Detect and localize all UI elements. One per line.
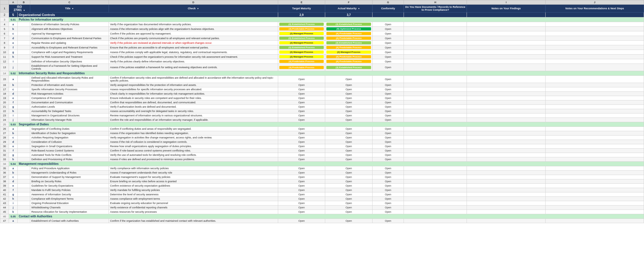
table-row: 26 a Segregation of Conflicting Duties C… bbox=[0, 127, 644, 131]
table-row: 40 f Mandate to Fulfil Security Policies… bbox=[0, 188, 644, 192]
table-row: 31 f Role-Based Access Control Systems C… bbox=[0, 149, 644, 153]
col-letter-c: C bbox=[30, 0, 109, 5]
table-row: 22 h Accountability for Delegated Tasks … bbox=[0, 109, 644, 113]
col-letter-h: H bbox=[404, 0, 467, 5]
findings-header[interactable]: Notes on Your Findings bbox=[467, 5, 546, 12]
iso-header: ISO27001 ▼ bbox=[9, 5, 30, 12]
table-row: 44 j Whistleblowing Channels Verify exis… bbox=[0, 205, 644, 210]
col-letter-e: E bbox=[278, 0, 325, 5]
table-row: 30 e Segregation in Small Organizations … bbox=[0, 144, 644, 149]
table-row: 19 e Competence of Personnel Ensure indi… bbox=[0, 96, 644, 100]
conformity-header[interactable]: Conformity bbox=[372, 5, 404, 12]
target-maturity-header[interactable]: Target Maturity bbox=[278, 5, 325, 12]
section-5-docs bbox=[404, 12, 467, 17]
table-row: 13 j Establishment of a Framework for Se… bbox=[0, 64, 644, 71]
col-letter-b: B bbox=[17, 0, 30, 5]
table-row: 23 i Management in Organizational Struct… bbox=[0, 113, 644, 118]
table-row: 33 h Definition and Provisioning of Role… bbox=[0, 157, 644, 162]
table-row: 36 b Management's Understanding of Roles… bbox=[0, 171, 644, 175]
table-row: 4 a Existence of Information Security Po… bbox=[0, 22, 644, 27]
table-row: 6 c Approval by Management Confirm if th… bbox=[0, 31, 644, 36]
table-row: 16 b Protection of Information and Asset… bbox=[0, 83, 644, 87]
col-letter-a: A bbox=[9, 0, 17, 5]
section-501-header: 3 5.01 Policies for information security bbox=[0, 17, 644, 22]
table-row: 38 d Briefing on Security Roles Ensure b… bbox=[0, 179, 644, 184]
table-row: 24 j Information Security Manager Role C… bbox=[0, 118, 644, 122]
table-row: 45 k Resource Allocation for Security Im… bbox=[0, 210, 644, 214]
table-row: 28 c Activities Requiring Segregation Ve… bbox=[0, 136, 644, 140]
table-row: 10 g Compliance with Legal and Regulator… bbox=[0, 50, 644, 55]
table-row: 12 i Definition of Information Security … bbox=[0, 59, 644, 64]
table-row: 15 a Defined and Allocated Information S… bbox=[0, 76, 644, 83]
section-5-target: 2,9 bbox=[278, 12, 325, 17]
section-503-header: 25 5.03 Segregation of Duties bbox=[0, 122, 644, 127]
section-5-findings bbox=[467, 12, 546, 17]
col-letter-g: G bbox=[372, 0, 404, 5]
table-row: 20 f Documentation and Communication Con… bbox=[0, 100, 644, 105]
actual-maturity-header[interactable]: Actual Maturity ▼ bbox=[325, 5, 373, 12]
table-row: 7 d Communication to Employees and Relev… bbox=[0, 36, 644, 41]
header-row: 1 ISO27001 ▼ Title ▼ Check ▼ Target Matu… bbox=[0, 5, 644, 12]
table-row: 18 d Risk Management Activities Check cl… bbox=[0, 92, 644, 96]
corner-cell bbox=[0, 0, 9, 5]
col-letter-f: F bbox=[325, 0, 373, 5]
table-row: 35 a Policy and Procedure Application Ve… bbox=[0, 166, 644, 171]
table-row: 43 i Ongoing Professional Education Eval… bbox=[0, 201, 644, 205]
table-row: 39 e Guidelines for Security Expectation… bbox=[0, 184, 644, 188]
section-5-title: Organizational Controls bbox=[17, 12, 278, 17]
table-row: 37 c Demonstration of Support by Managem… bbox=[0, 175, 644, 179]
main-spreadsheet: A B C D E F G H I J 1 ISO27001 ▼ Title ▼… bbox=[0, 0, 644, 223]
section-504-header: 34 5.04 Management responsibilities bbox=[0, 162, 644, 166]
section-501-label: Policies for information security bbox=[17, 17, 644, 22]
table-row: 41 g Awareness of Information Security D… bbox=[0, 192, 644, 197]
section-505-header: 46 5.05 Contact with Authorities bbox=[0, 214, 644, 219]
table-row: 47 a Establishment of Contact with Autho… bbox=[0, 219, 644, 223]
col-letter-i: I bbox=[467, 0, 546, 5]
documents-header[interactable]: Do You Have Documents / Records to Refer… bbox=[404, 5, 467, 12]
table-row: 32 g Automated Tools for Role Conflicts … bbox=[0, 153, 644, 157]
table-row: 11 h Support for Risk Assessment and Tre… bbox=[0, 55, 644, 59]
recommendations-header[interactable]: Notes on Your Recommendations & Next Ste… bbox=[546, 5, 644, 12]
section-5-num: 5 bbox=[9, 12, 17, 17]
title-header[interactable]: Title ▼ bbox=[30, 5, 109, 12]
section-501-id: 5.01 bbox=[9, 17, 17, 22]
section-5-conformity bbox=[372, 12, 404, 17]
table-row: 42 h Compliance with Employment Terms As… bbox=[0, 197, 644, 201]
row-num-2: 2 bbox=[0, 12, 9, 17]
table-row: 5 b Alignment with Business Objectives A… bbox=[0, 27, 644, 31]
row-num-3: 3 bbox=[0, 17, 9, 22]
col-letter-d: D bbox=[109, 0, 278, 5]
section-5-summary-row: 2 5 Organizational Controls 2,9 3,7 bbox=[0, 12, 644, 17]
table-row: 8 e Regular Review and Updating Verify i… bbox=[0, 41, 644, 45]
table-row: 17 c Specific Information Security Proce… bbox=[0, 87, 644, 92]
check-header[interactable]: Check ▼ bbox=[109, 5, 278, 12]
table-row: 21 g Authorization Levels Verify if auth… bbox=[0, 105, 644, 109]
section-502-header: 14 5.02 Information Security Roles and R… bbox=[0, 71, 644, 76]
section-5-actual: 3,7 bbox=[325, 12, 373, 17]
row-number-header: 1 bbox=[0, 5, 9, 12]
column-letter-row: A B C D E F G H I J bbox=[0, 0, 644, 5]
section-5-recs bbox=[546, 12, 644, 17]
col-letter-j: J bbox=[546, 0, 644, 5]
table-row: 27 b Identification of Duties for Segreg… bbox=[0, 131, 644, 136]
table-row: 29 d Consideration of Collusion Assess i… bbox=[0, 140, 644, 144]
table-row: 9 f Accessibility to Employees and Relev… bbox=[0, 45, 644, 50]
